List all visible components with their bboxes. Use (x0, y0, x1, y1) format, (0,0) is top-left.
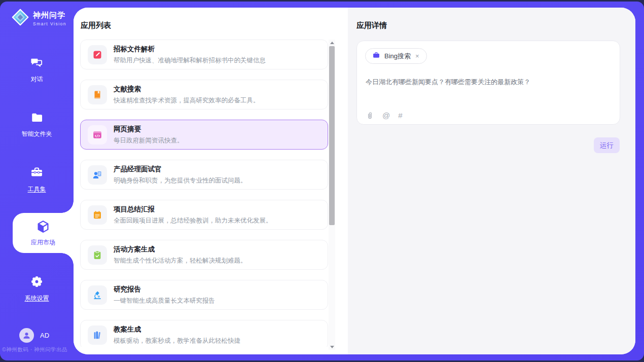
main-panel: 应用列表 招标文件解析 帮助用户快速、准确地理解和解析招标书中的关键信息 (74, 8, 635, 354)
app-card-name: 产品经理面试官 (114, 165, 247, 174)
book-icon (88, 85, 107, 104)
brand-text: 神州问学 Smart Vision (33, 11, 66, 26)
brand-name: 神州问学 (33, 11, 66, 20)
mention-at-icon[interactable]: @ (382, 112, 390, 119)
sidebar-item-label: 对话 (31, 75, 43, 84)
app-card-desc: 全面回顾项目进展，总结经验教训，助力未来优化发展。 (114, 216, 272, 225)
chat-icon (30, 56, 44, 71)
brand-subtitle: Smart Vision (33, 21, 66, 26)
app-card-name: 教案生成 (114, 325, 240, 334)
books-icon (88, 325, 107, 345)
briefcase-icon (372, 51, 380, 61)
avatar (19, 328, 34, 343)
sidebar-item-smart-folder[interactable]: 智能文件夹 (0, 111, 74, 138)
app-card-name: 网页摘要 (114, 125, 184, 134)
report-icon (88, 205, 107, 225)
interviewer-icon (88, 165, 107, 185)
app-card-name: 招标文件解析 (114, 45, 266, 54)
app-card-desc: 帮助用户快速、准确地理解和解析招标书中的关键信息 (114, 56, 266, 65)
list-scrollbar[interactable] (329, 40, 335, 350)
folder-icon (30, 111, 44, 126)
sidebar: 神州问学 Smart Vision 对话 智能文件夹 (0, 2, 74, 360)
prompt-toolbar: @ # (366, 111, 403, 120)
sidebar-item-label: 智能文件夹 (22, 130, 52, 138)
app-card-literature-search[interactable]: 文献搜索 快速精准查找学术资源，提高研究效率的必备工具。 (80, 80, 328, 110)
app-card-lesson-plan[interactable]: 教案生成 模板驱动，教案秒成，教学准备从此轻松快捷 (80, 320, 328, 347)
cube-icon (35, 219, 51, 236)
app-detail-section: 应用详情 Bing搜索 × 今日湖北有哪些新闻要点？有哪些需要关注的最新政策？ (348, 8, 635, 354)
sidebar-item-label: 应用市场 (31, 238, 55, 247)
gear-icon (30, 275, 44, 291)
app-card-desc: 模板驱动，教案秒成，教学准备从此轻松快捷 (114, 337, 240, 345)
scroll-up-arrow-icon[interactable] (329, 40, 335, 46)
sidebar-item-toolset[interactable]: 工具集 (0, 166, 74, 194)
close-icon[interactable]: × (415, 52, 420, 60)
microscope-icon (88, 285, 107, 305)
sidebar-item-settings[interactable]: 系统设置 (0, 275, 74, 303)
app-card-desc: 智能生成个性化活动方案，轻松解决规划难题。 (114, 257, 247, 265)
app-card-name: 研究报告 (114, 285, 215, 294)
app-list-viewport: 招标文件解析 帮助用户快速、准确地理解和解析招标书中的关键信息 文献搜索 (80, 40, 328, 347)
app-card-desc: 明确身份和职责，为您提供专业性的面试问题。 (114, 176, 247, 185)
user-account[interactable]: AD (19, 328, 49, 343)
browser-code-icon (88, 125, 107, 144)
sidebar-item-label: 工具集 (28, 185, 46, 194)
user-initials: AD (40, 332, 49, 339)
app-card-desc: 一键智能生成高质量长文本研究报告 (114, 297, 215, 305)
sidebar-item-label: 系统设置 (25, 294, 49, 303)
app-card-web-summary[interactable]: 网页摘要 每日政府新闻资讯快查。 (80, 120, 328, 150)
scroll-down-arrow-icon[interactable] (329, 344, 335, 350)
gem-logo-icon (11, 8, 29, 28)
app-detail-title: 应用详情 (356, 21, 387, 30)
prompt-input[interactable]: 今日湖北有哪些新闻要点？有哪些需要关注的最新政策？ (366, 78, 609, 87)
app-list-title: 应用列表 (81, 21, 111, 30)
app-card-pm-interviewer[interactable]: 产品经理面试官 明确身份和职责，为您提供专业性的面试问题。 (80, 160, 328, 190)
app-window: 神州问学 Smart Vision 对话 智能文件夹 (0, 2, 644, 360)
app-card-name: 项目总结汇报 (114, 205, 272, 214)
run-button[interactable]: 运行 (594, 137, 620, 153)
sidebar-item-chat[interactable]: 对话 (0, 56, 74, 84)
app-card-name: 活动方案生成 (114, 245, 247, 254)
toolbox-icon (30, 166, 44, 182)
app-card-event-plan[interactable]: 活动方案生成 智能生成个性化活动方案，轻松解决规划难题。 (80, 240, 328, 270)
copyright-text: ©神州数码 · 神州问学出品 (2, 346, 73, 353)
app-card-name: 文献搜索 (114, 85, 260, 94)
scrollbar-thumb[interactable] (329, 46, 335, 225)
paperclip-icon[interactable] (366, 111, 374, 120)
document-edit-icon (88, 45, 107, 64)
hash-icon[interactable]: # (398, 112, 402, 119)
brand-logo: 神州问学 Smart Vision (11, 8, 66, 28)
app-card-project-summary[interactable]: 项目总结汇报 全面回顾项目进展，总结经验教训，助力未来优化发展。 (80, 200, 328, 230)
app-card-bid-parse[interactable]: 招标文件解析 帮助用户快速、准确地理解和解析招标书中的关键信息 (80, 40, 328, 69)
prompt-card: Bing搜索 × 今日湖北有哪些新闻要点？有哪些需要关注的最新政策？ @ # (356, 41, 620, 125)
app-card-desc: 每日政府新闻资讯快查。 (114, 136, 184, 145)
sidebar-item-app-market[interactable]: 应用市场 (13, 213, 74, 253)
clipboard-check-icon (88, 245, 107, 265)
app-list-section: 应用列表 招标文件解析 帮助用户快速、准确地理解和解析招标书中的关键信息 (74, 8, 348, 354)
tool-tag-label: Bing搜索 (384, 52, 411, 61)
tool-tag-bing-search[interactable]: Bing搜索 × (365, 48, 427, 64)
app-card-research-report[interactable]: 研究报告 一键智能生成高质量长文本研究报告 (80, 280, 328, 310)
app-card-desc: 快速精准查找学术资源，提高研究效率的必备工具。 (114, 96, 260, 105)
